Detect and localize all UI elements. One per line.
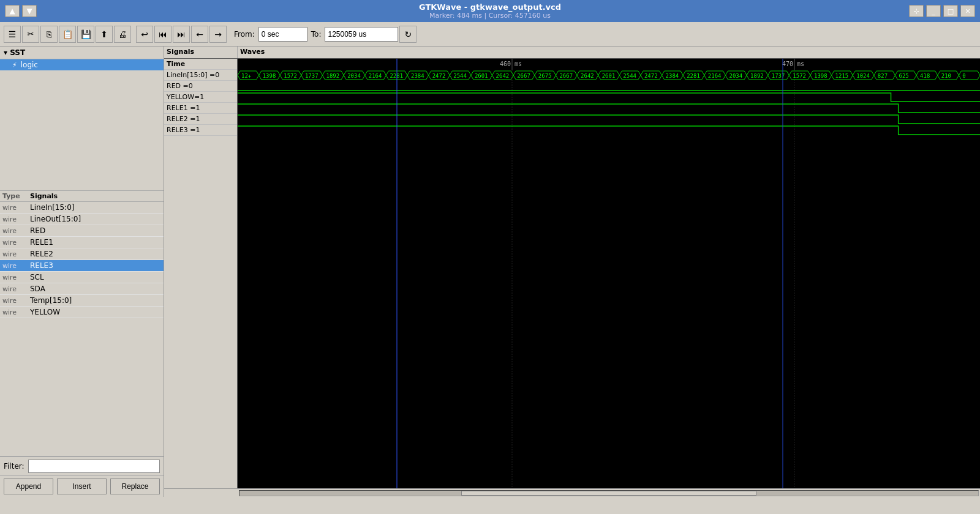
signal-row[interactable]: wireRELE3: [0, 260, 164, 272]
scrollbar-track[interactable]: [239, 490, 979, 496]
signal-list-header: Type Signals: [0, 191, 164, 202]
signal-name: RELE3: [30, 261, 161, 270]
signal-name: SCL: [30, 273, 161, 281]
signal-type: wire: [2, 239, 30, 247]
wave-signal-name: RELE1 =1: [164, 103, 237, 114]
goto-end-btn[interactable]: ⏭: [173, 26, 190, 43]
refresh-btn[interactable]: ↻: [399, 26, 417, 43]
col-signals-header: Signals: [30, 192, 161, 200]
signal-row[interactable]: wireSDA: [0, 283, 164, 295]
h-scrollbar: [164, 488, 980, 497]
signal-type: wire: [2, 308, 30, 316]
paste-btn[interactable]: 📋: [59, 26, 76, 43]
signal-row[interactable]: wireRED: [0, 225, 164, 237]
win-close-btn[interactable]: ✕: [960, 5, 975, 17]
sst-logic-label: logic: [21, 61, 38, 69]
bottom-buttons: Append Insert Replace: [0, 475, 164, 497]
signal-row[interactable]: wireYELLOW: [0, 307, 164, 318]
col-type-header: Type: [2, 192, 30, 200]
signals-col-label: Signals: [164, 47, 238, 58]
signal-row[interactable]: wireRELE2: [0, 248, 164, 260]
signal-name: RELE1: [30, 238, 161, 247]
export-btn[interactable]: ⬆: [96, 26, 113, 43]
from-label: From:: [234, 30, 255, 39]
sig-wave-container: TimeLineIn[15:0] =0RED =0YELLOW=1RELE1 =…: [164, 59, 980, 488]
signal-type: wire: [2, 262, 30, 270]
signal-rows-container: wireLineIn[15:0]wireLineOut[15:0]wireRED…: [0, 202, 164, 318]
save-btn[interactable]: 💾: [77, 26, 94, 43]
fwd-btn[interactable]: →: [209, 26, 227, 43]
window-controls: ⊹ _ □ ✕: [909, 5, 975, 17]
print-btn[interactable]: 🖨: [114, 26, 131, 43]
signal-name: RED: [30, 226, 161, 235]
signal-name: LineOut[15:0]: [30, 215, 161, 223]
signal-type: wire: [2, 274, 30, 281]
sst-tree: ⚡ logic: [0, 59, 164, 191]
cut-btn[interactable]: ✂: [22, 26, 39, 43]
wave-signal-name: RELE2 =1: [164, 114, 237, 125]
to-input[interactable]: [325, 27, 398, 42]
filter-bar: Filter:: [0, 456, 164, 475]
wave-col-headers: Signals Waves: [164, 47, 980, 59]
signal-type: wire: [2, 204, 30, 212]
signal-row[interactable]: wireLineIn[15:0]: [0, 202, 164, 214]
signal-row[interactable]: wireLineOut[15:0]: [0, 214, 164, 225]
signal-name: SDA: [30, 285, 161, 293]
waveform-area: [238, 59, 980, 488]
filter-label: Filter:: [4, 462, 24, 471]
wave-panel: Signals Waves TimeLineIn[15:0] =0RED =0Y…: [164, 47, 980, 497]
scrollbar-thumb[interactable]: [461, 491, 756, 496]
toolbar: ☰ ✂ ⎘ 📋 💾 ⬆ 🖨 ↩ ⏮ ⏭ ← → From: To: ↻: [0, 22, 980, 47]
win-maximize-btn[interactable]: □: [943, 5, 958, 17]
win-minimize-btn[interactable]: _: [926, 5, 941, 17]
nav-prev-btn[interactable]: ▲: [5, 5, 20, 17]
signal-name: YELLOW: [30, 308, 161, 316]
signal-name: Temp[15:0]: [30, 296, 161, 305]
from-input[interactable]: [258, 27, 307, 42]
replace-button[interactable]: Replace: [110, 479, 160, 494]
menu-btn[interactable]: ☰: [4, 26, 21, 43]
signal-row[interactable]: wireRELE1: [0, 237, 164, 248]
logic-icon: ⚡: [12, 61, 17, 69]
app-title: GTKWave - gtkwave_output.vcd: [419, 2, 561, 12]
insert-button[interactable]: Insert: [57, 479, 107, 494]
wave-signal-name: Time: [164, 59, 237, 70]
win-move-btn[interactable]: ⊹: [909, 5, 924, 17]
sst-item-logic[interactable]: ⚡ logic: [0, 59, 164, 70]
signal-list: Type Signals wireLineIn[15:0]wireLineOut…: [0, 191, 164, 456]
wave-canvas: [238, 59, 980, 488]
to-label: To:: [311, 30, 322, 39]
filter-input[interactable]: [28, 460, 160, 473]
nav-next-btn[interactable]: ▼: [22, 5, 37, 17]
append-button[interactable]: Append: [4, 479, 53, 494]
signal-type: wire: [2, 285, 30, 293]
signal-row[interactable]: wireTemp[15:0]: [0, 295, 164, 307]
signal-name: RELE2: [30, 250, 161, 258]
copy-btn[interactable]: ⎘: [40, 26, 58, 43]
main-area: ▾ SST ⚡ logic Type Signals wireLineIn[15…: [0, 47, 980, 497]
signal-name: LineIn[15:0]: [30, 203, 161, 212]
wave-signal-name: RED =0: [164, 81, 237, 92]
signal-type: wire: [2, 250, 30, 258]
app-subtitle: Marker: 484 ms | Cursor: 457160 us: [419, 12, 561, 20]
title-bar: ▲ ▼ GTKWave - gtkwave_output.vcd Marker:…: [0, 0, 980, 22]
signal-type: wire: [2, 227, 30, 235]
signal-type: wire: [2, 297, 30, 305]
wave-signal-name: YELLOW=1: [164, 92, 237, 103]
back-btn[interactable]: ←: [191, 26, 208, 43]
waves-col-label: Waves: [238, 47, 267, 58]
wave-signal-name: LineIn[15:0] =0: [164, 70, 237, 81]
goto-start-btn[interactable]: ⏮: [154, 26, 172, 43]
left-panel: ▾ SST ⚡ logic Type Signals wireLineIn[15…: [0, 47, 164, 497]
sst-header: ▾ SST: [0, 47, 164, 59]
signal-type: wire: [2, 215, 30, 223]
wave-signal-name: RELE3 =1: [164, 125, 237, 136]
nav-buttons: ▲ ▼: [5, 5, 37, 17]
undo-btn[interactable]: ↩: [136, 26, 153, 43]
title-center: GTKWave - gtkwave_output.vcd Marker: 484…: [419, 2, 561, 20]
sig-names-panel: TimeLineIn[15:0] =0RED =0YELLOW=1RELE1 =…: [164, 59, 238, 488]
signal-row[interactable]: wireSCL: [0, 272, 164, 283]
